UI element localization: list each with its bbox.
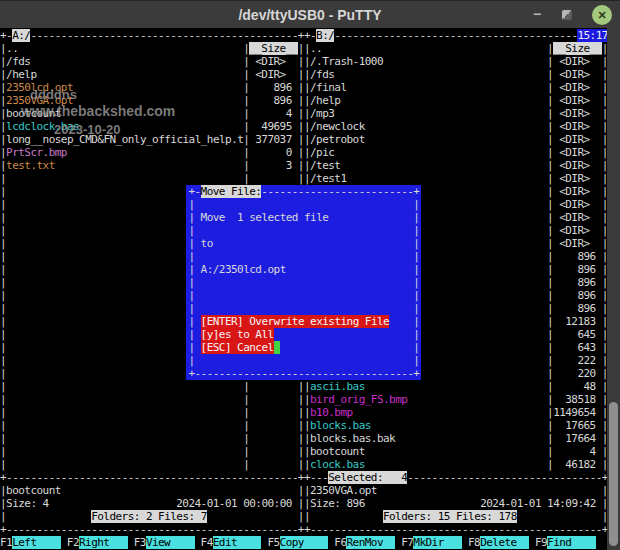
dialog-border: | [413,341,419,354]
clock: 15:17 [577,29,607,42]
watermark-line: 2023-10-20 [54,122,121,137]
fkey-key-F2[interactable]: F2 [67,536,79,549]
file-name[interactable]: /fds [310,68,334,81]
maximize-button[interactable] [562,10,572,20]
dialog-border: | [188,302,194,315]
file-name[interactable]: blocks.bas.bak [310,432,395,445]
fkey-label-F2[interactable]: Right [79,536,128,549]
pane-border: | [547,68,553,81]
pane-border: | [243,146,249,159]
dialog-border: | [413,302,419,315]
pane-border: | [0,432,6,445]
pane-border: | [243,380,249,393]
file-name[interactable]: /final [310,81,347,94]
pane-border: | [547,328,553,341]
status-size: Size: 896 [310,497,365,510]
file-name[interactable]: /petrobot [310,133,365,146]
fkey-key-F9[interactable]: F9 [535,536,547,549]
pane-border: | [547,120,553,133]
pane-border: | [243,68,249,81]
file-size: 896 [577,263,595,276]
scrollbar-thumb[interactable] [609,402,618,546]
dialog-border: | [413,315,419,328]
pane-border: | [547,315,553,328]
file-name[interactable]: /fds [6,55,30,68]
dialog-action-yes-all[interactable]: [y]es to All [201,328,274,341]
file-name[interactable]: PrtScr.bmp [6,146,67,159]
fkey-label-F4[interactable]: Edit [213,536,262,549]
file-name[interactable]: clock.bas [310,458,365,471]
file-name[interactable]: blocks.bas [310,419,371,432]
pane-border: | [547,237,553,250]
file-size: 896 [274,81,292,94]
pane-border: || [298,133,310,146]
fkey-label-F5[interactable]: Copy [280,536,329,549]
fkey-key-F1[interactable]: F1 [0,536,12,549]
pane-border: | [0,315,6,328]
file-name[interactable]: /test [310,159,340,172]
fkey-key-F4[interactable]: F4 [201,536,213,549]
minimize-button[interactable]: − [529,4,545,24]
pane-border: | [0,406,6,419]
fkey-label-F1[interactable]: Left [12,536,61,549]
file-name[interactable]: long__nosep_CMD&FN_only_official_help.t [6,133,243,146]
pane-border: | [0,185,6,198]
file-size: <DIR> [559,81,589,94]
pane-border: | [547,302,553,315]
file-name[interactable]: .. [310,42,322,55]
pane-border: | [547,341,553,354]
fkey-label-F3[interactable]: View [146,536,195,549]
fkey-key-F6[interactable]: F6 [334,536,346,549]
fkey-key-F8[interactable]: F8 [468,536,480,549]
file-name[interactable]: /help [310,94,340,107]
fkey-label-F7[interactable]: MkDir [413,536,462,549]
file-name[interactable]: b10.bmp [310,406,353,419]
file-name[interactable]: bird_orig_FS.bmp [310,393,407,406]
file-name[interactable]: /newclock [310,120,365,133]
dialog-border: | [188,263,194,276]
pane-border: | [547,159,553,172]
close-button[interactable]: ✕ [592,5,612,25]
file-size: <DIR> [559,120,589,133]
file-size: 17664 [565,432,595,445]
dialog-border: | [188,289,194,302]
dialog-action-overwrite[interactable]: [ENTER] Overwrite existing File [201,315,390,328]
file-name[interactable]: /.Trash-1000 [310,55,383,68]
pane-drive-label: B:/ [316,29,334,42]
file-name[interactable]: /test1 [310,172,347,185]
file-size: 896 [577,250,595,263]
file-name[interactable]: test.txt [6,159,55,172]
fkey-key-F5[interactable]: F5 [267,536,279,549]
status-summary: Folders: 2 Files: 7 [91,510,207,523]
file-name[interactable]: /help [6,68,36,81]
fkey-key-F3[interactable]: F3 [134,536,146,549]
fkey-key-F7[interactable]: F7 [401,536,413,549]
pane-border: | [547,250,553,263]
dialog-border: | [188,237,194,250]
pane-border: | [243,406,249,419]
dialog-action-cancel[interactable]: [ESC] Cancel [201,341,274,354]
pane-border: | [243,393,249,406]
dialog-border: | [188,224,194,237]
file-size: 222 [577,354,595,367]
file-size: <DIR> [559,146,589,159]
file-name[interactable]: .. [6,42,18,55]
file-size: 896 [577,302,595,315]
fkey-label-F9[interactable]: Find [547,536,596,549]
dialog-border: | [413,289,419,302]
file-name[interactable]: bootcount [310,445,365,458]
fkey-label-F8[interactable]: Delete [480,536,529,549]
file-size: <DIR> [559,211,589,224]
pane-border: || [298,484,310,497]
fkey-label-F6[interactable]: RenMov [346,536,395,549]
pane-border: | [547,211,553,224]
window-titlebar[interactable]: /dev/ttyUSB0 - PuTTY − ✕ [0,0,620,28]
pane-border: | [0,328,6,341]
pane-border: | [0,510,6,523]
file-size: <DIR> [559,68,589,81]
file-name[interactable]: /pic [310,146,334,159]
pane-border: | [547,458,553,471]
file-name[interactable]: /mp3 [310,107,334,120]
file-name[interactable]: ascii.bas [310,380,365,393]
pane-border: | [547,432,553,445]
